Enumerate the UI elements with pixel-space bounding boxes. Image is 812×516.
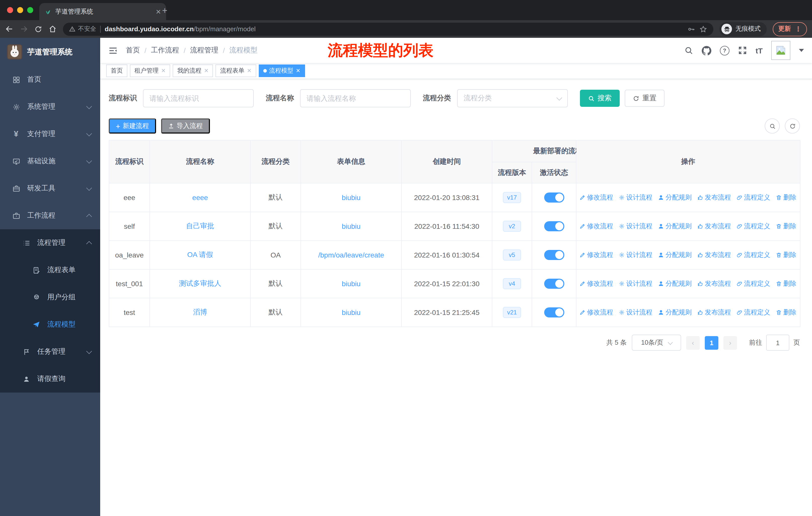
action-process-definition[interactable]: 流程定义 xyxy=(736,193,770,202)
action-design-process[interactable]: 设计流程 xyxy=(619,308,652,317)
process-name-link[interactable]: eeee xyxy=(192,193,208,201)
action-delete[interactable]: 删除 xyxy=(776,193,796,202)
action-edit-process[interactable]: 修改流程 xyxy=(579,308,613,317)
toggle-search-button[interactable] xyxy=(765,118,780,134)
search-button[interactable]: 搜索 xyxy=(580,90,620,107)
tag-my-process[interactable]: 我的流程✕ xyxy=(173,64,213,77)
action-publish-process[interactable]: 发布流程 xyxy=(697,308,731,317)
action-assign-rule[interactable]: 分配规则 xyxy=(658,250,692,260)
active-toggle[interactable] xyxy=(544,192,564,202)
tag-process-form[interactable]: 流程表单✕ xyxy=(216,64,256,77)
create-process-button[interactable]: + 新建流程 xyxy=(109,118,156,134)
tab-close-icon[interactable]: ✕ xyxy=(155,8,161,16)
sidebar-item-workflow[interactable]: 工作流程 xyxy=(0,202,100,229)
action-delete[interactable]: 删除 xyxy=(776,308,796,317)
key-icon[interactable] xyxy=(687,25,695,33)
action-edit-process[interactable]: 修改流程 xyxy=(579,279,613,288)
form-info-link[interactable]: /bpm/oa/leave/create xyxy=(318,251,384,259)
sidebar-item-process-management[interactable]: 流程管理 xyxy=(0,229,100,256)
action-edit-process[interactable]: 修改流程 xyxy=(579,222,613,231)
sidebar-item-home[interactable]: 首页 xyxy=(0,66,100,93)
fullscreen-icon[interactable] xyxy=(738,46,747,55)
process-name-link[interactable]: 滔博 xyxy=(193,308,207,316)
action-edit-process[interactable]: 修改流程 xyxy=(579,193,613,202)
active-toggle[interactable] xyxy=(544,250,564,260)
home-icon[interactable] xyxy=(48,25,57,33)
tag-close-icon[interactable]: ✕ xyxy=(204,67,208,74)
avatar[interactable] xyxy=(771,41,790,60)
breadcrumb-item[interactable]: 流程管理 xyxy=(190,46,219,55)
tag-close-icon[interactable]: ✕ xyxy=(296,67,300,74)
action-assign-rule[interactable]: 分配规则 xyxy=(658,279,692,288)
form-info-link[interactable]: biubiu xyxy=(342,280,361,288)
window-zoom-button[interactable] xyxy=(27,7,33,13)
security-warning[interactable]: 不安全 xyxy=(69,25,96,33)
form-info-link[interactable]: biubiu xyxy=(342,308,361,317)
action-publish-process[interactable]: 发布流程 xyxy=(697,222,731,231)
action-design-process[interactable]: 设计流程 xyxy=(619,222,652,231)
active-toggle[interactable] xyxy=(544,279,564,289)
action-process-definition[interactable]: 流程定义 xyxy=(736,308,770,317)
next-page-button[interactable]: › xyxy=(723,336,737,350)
back-icon[interactable] xyxy=(5,25,13,33)
process-key-input[interactable] xyxy=(143,89,254,107)
form-info-link[interactable]: biubiu xyxy=(342,193,361,201)
url-bar[interactable]: 不安全 dashboard.yudao.iocoder.cn/bpm/manag… xyxy=(63,22,713,35)
action-publish-process[interactable]: 发布流程 xyxy=(697,193,731,202)
sidebar-item-devtools[interactable]: 研发工具 xyxy=(0,175,100,202)
sidebar-item-user-group[interactable]: 用户分组 xyxy=(0,284,100,311)
active-toggle[interactable] xyxy=(544,307,564,318)
tag-close-icon[interactable]: ✕ xyxy=(161,67,166,74)
action-publish-process[interactable]: 发布流程 xyxy=(697,279,731,288)
process-name-input[interactable] xyxy=(300,89,411,107)
reload-icon[interactable] xyxy=(34,25,42,33)
prev-page-button[interactable]: ‹ xyxy=(686,336,700,350)
sidebar-item-task-management[interactable]: 任务管理 xyxy=(0,338,100,365)
tag-home[interactable]: 首页 xyxy=(106,64,127,77)
action-design-process[interactable]: 设计流程 xyxy=(619,250,652,260)
process-name-link[interactable]: 自己审批 xyxy=(186,222,214,230)
sidebar-item-system[interactable]: 系统管理 xyxy=(0,93,100,120)
tag-process-model[interactable]: 流程模型✕ xyxy=(259,64,305,77)
browser-menu-update-button[interactable]: 更新 ⋮ xyxy=(773,22,807,36)
tag-close-icon[interactable]: ✕ xyxy=(247,67,252,74)
window-minimize-button[interactable] xyxy=(17,7,23,13)
search-icon[interactable] xyxy=(684,46,693,55)
breadcrumb-item[interactable]: 首页 xyxy=(126,46,140,55)
process-name-link[interactable]: 测试多审批人 xyxy=(179,279,221,287)
new-tab-button[interactable]: + xyxy=(162,6,167,15)
bookmark-star-icon[interactable] xyxy=(699,25,707,33)
action-process-definition[interactable]: 流程定义 xyxy=(736,250,770,260)
action-design-process[interactable]: 设计流程 xyxy=(619,193,652,202)
sidebar-collapse-icon[interactable] xyxy=(108,46,118,55)
browser-tab[interactable]: 芋道管理系统 ✕ xyxy=(39,3,166,20)
sidebar-item-leave-query[interactable]: 请假查询 xyxy=(0,365,100,392)
sidebar-logo[interactable]: 芋道管理系统 xyxy=(0,38,100,66)
help-icon[interactable]: ? xyxy=(720,46,729,55)
refresh-table-button[interactable] xyxy=(785,118,800,134)
kebab-menu-icon[interactable]: ⋮ xyxy=(795,25,802,33)
action-assign-rule[interactable]: 分配规则 xyxy=(658,193,692,202)
page-number-1[interactable]: 1 xyxy=(705,336,718,350)
action-design-process[interactable]: 设计流程 xyxy=(619,279,652,288)
action-edit-process[interactable]: 修改流程 xyxy=(579,250,613,260)
sidebar-item-payment[interactable]: ¥ 支付管理 xyxy=(0,120,100,147)
action-delete[interactable]: 删除 xyxy=(776,222,796,231)
github-icon[interactable] xyxy=(702,46,711,55)
import-process-button[interactable]: 导入流程 xyxy=(161,118,210,134)
form-info-link[interactable]: biubiu xyxy=(342,222,361,230)
process-name-link[interactable]: OA 请假 xyxy=(187,250,213,259)
window-close-button[interactable] xyxy=(7,7,13,13)
action-assign-rule[interactable]: 分配规则 xyxy=(658,308,692,317)
chevron-down-icon[interactable] xyxy=(799,49,804,52)
sidebar-item-process-model[interactable]: 流程模型 xyxy=(0,311,100,338)
action-assign-rule[interactable]: 分配规则 xyxy=(658,222,692,231)
forward-icon[interactable] xyxy=(20,25,28,33)
action-publish-process[interactable]: 发布流程 xyxy=(697,250,731,260)
tag-tenant[interactable]: 租户管理✕ xyxy=(130,64,170,77)
reset-button[interactable]: 重置 xyxy=(625,90,665,107)
action-delete[interactable]: 删除 xyxy=(776,279,796,288)
sidebar-item-process-form[interactable]: 流程表单 xyxy=(0,256,100,284)
page-size-select[interactable]: 10条/页 xyxy=(632,334,681,351)
action-process-definition[interactable]: 流程定义 xyxy=(736,222,770,231)
